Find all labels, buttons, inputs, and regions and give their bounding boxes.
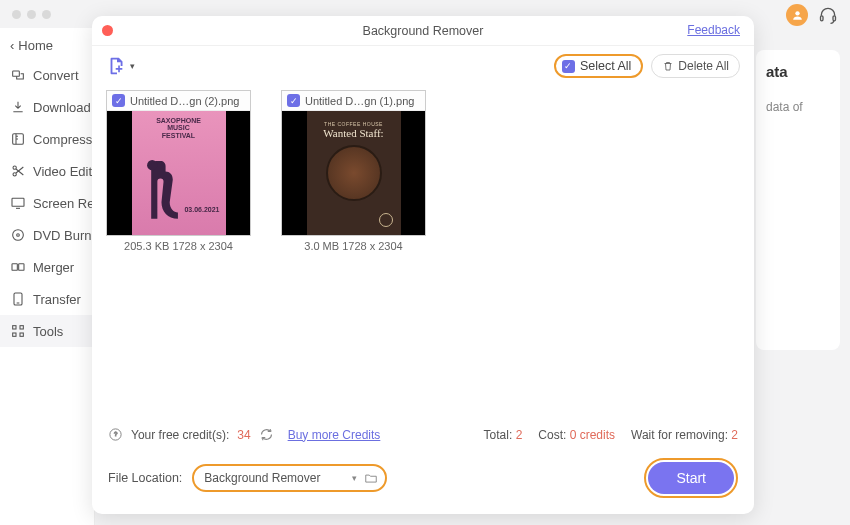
file-card[interactable]: ✓ Untitled D…gn (2).png SAXOPHONE MUSIC …: [106, 90, 251, 256]
credits-value: 34: [237, 428, 250, 442]
file-grid: ✓ Untitled D…gn (2).png SAXOPHONE MUSIC …: [92, 86, 754, 421]
screen-icon: [10, 195, 26, 211]
add-file-icon: [106, 55, 128, 77]
close-icon[interactable]: [102, 25, 113, 36]
file-header: ✓ Untitled D…gn (2).png: [107, 91, 250, 111]
chevron-left-icon: ‹: [10, 38, 14, 53]
download-icon: [10, 99, 26, 115]
svg-point-0: [795, 11, 799, 15]
svg-point-5: [13, 166, 16, 169]
file-location-label: File Location:: [108, 471, 182, 485]
svg-rect-14: [20, 326, 23, 329]
checkbox-icon: ✓: [562, 60, 575, 73]
poster-image: THE COFFEE HOUSE Wanted Staff:: [307, 111, 401, 235]
svg-rect-3: [13, 71, 20, 76]
sidebar-item-video[interactable]: Video Edit: [0, 155, 94, 187]
sidebar-item-screen[interactable]: Screen Rec: [0, 187, 94, 219]
svg-rect-13: [13, 326, 16, 329]
refresh-icon[interactable]: [259, 427, 274, 442]
start-button[interactable]: Start: [648, 462, 734, 494]
svg-point-17: [147, 160, 157, 170]
delete-all-label: Delete All: [678, 59, 729, 73]
info-icon: ?: [108, 427, 123, 442]
label: Merger: [33, 260, 74, 275]
bg-title: ata: [766, 60, 830, 84]
home-label: Home: [18, 38, 53, 53]
scissors-icon: [10, 163, 26, 179]
sidebar-item-download[interactable]: Download: [0, 91, 94, 123]
thumbnail: THE COFFEE HOUSE Wanted Staff:: [282, 111, 425, 235]
footer: File Location: ▾ Start: [92, 448, 754, 514]
label: DVD Burn: [33, 228, 92, 243]
sidebar: ‹ Home Convert Download Compress Video E…: [0, 28, 95, 525]
traffic-lights: [12, 10, 51, 19]
sidebar-item-merger[interactable]: Merger: [0, 251, 94, 283]
convert-icon: [10, 67, 26, 83]
folder-icon[interactable]: [363, 471, 379, 485]
tools-icon: [10, 323, 26, 339]
svg-point-6: [13, 173, 16, 176]
svg-rect-2: [833, 16, 836, 21]
thumbnail: SAXOPHONE MUSIC FESTIVAL 03.06.2021: [107, 111, 250, 235]
back-home[interactable]: ‹ Home: [0, 32, 94, 59]
modal-header: Background Remover Feedback: [92, 16, 754, 46]
svg-rect-15: [13, 333, 16, 336]
label: Compress: [33, 132, 92, 147]
file-name: Untitled D…gn (2).png: [130, 95, 239, 107]
modal-window: Background Remover Feedback ▾ ✓ Select A…: [92, 16, 754, 514]
label: Screen Rec: [33, 196, 94, 211]
trash-icon: [662, 60, 674, 72]
svg-rect-11: [19, 264, 24, 271]
merge-icon: [10, 259, 26, 275]
label: Video Edit: [33, 164, 92, 179]
coffee-dish: [326, 145, 382, 201]
mac-max-dot[interactable]: [42, 10, 51, 19]
bg-line: data of: [766, 98, 830, 117]
svg-rect-16: [20, 333, 23, 336]
label: Transfer: [33, 292, 81, 307]
modal-title: Background Remover: [363, 24, 484, 38]
poster-image: SAXOPHONE MUSIC FESTIVAL 03.06.2021: [132, 111, 226, 235]
sidebar-item-compress[interactable]: Compress: [0, 123, 94, 155]
compress-icon: [10, 131, 26, 147]
buy-credits-link[interactable]: Buy more Credits: [288, 428, 381, 442]
file-meta: 205.3 KB 1728 x 2304: [106, 236, 251, 256]
sidebar-item-convert[interactable]: Convert: [0, 59, 94, 91]
status-summary: Total: 2 Cost: 0 credits Wait for removi…: [484, 428, 738, 442]
svg-point-9: [17, 234, 20, 237]
mac-min-dot[interactable]: [27, 10, 36, 19]
label: Download: [33, 100, 91, 115]
sidebar-item-dvd[interactable]: DVD Burn: [0, 219, 94, 251]
svg-rect-1: [821, 16, 824, 21]
avatar[interactable]: [786, 4, 808, 26]
chevron-down-icon: ▾: [130, 61, 135, 71]
svg-point-8: [13, 230, 24, 241]
location-input[interactable]: [200, 468, 346, 488]
sidebar-item-tools[interactable]: Tools: [0, 315, 94, 347]
svg-rect-7: [12, 198, 24, 206]
chevron-down-icon[interactable]: ▾: [352, 473, 357, 483]
label: Tools: [33, 324, 63, 339]
topbar: [786, 4, 838, 26]
feedback-link[interactable]: Feedback: [687, 23, 740, 37]
credits-bar: ? Your free credit(s): 34 Buy more Credi…: [92, 421, 754, 448]
svg-rect-10: [12, 264, 17, 271]
select-all-label: Select All: [580, 59, 631, 73]
file-card[interactable]: ✓ Untitled D…gn (1).png THE COFFEE HOUSE…: [281, 90, 426, 256]
file-meta: 3.0 MB 1728 x 2304: [281, 236, 426, 256]
mac-close-dot[interactable]: [12, 10, 21, 19]
transfer-icon: [10, 291, 26, 307]
checkbox-icon[interactable]: ✓: [287, 94, 300, 107]
select-all-button[interactable]: ✓ Select All: [554, 54, 643, 78]
toolbar-right: ✓ Select All Delete All: [554, 54, 740, 78]
checkbox-icon[interactable]: ✓: [112, 94, 125, 107]
add-file-button[interactable]: ▾: [106, 55, 135, 77]
sidebar-item-transfer[interactable]: Transfer: [0, 283, 94, 315]
file-location-select[interactable]: ▾: [192, 464, 387, 492]
background-panel: ata data of: [756, 50, 840, 350]
credits-label: Your free credit(s):: [131, 428, 229, 442]
file-name: Untitled D…gn (1).png: [305, 95, 414, 107]
support-icon[interactable]: [818, 5, 838, 25]
delete-all-button[interactable]: Delete All: [651, 54, 740, 78]
start-button-highlight: Start: [644, 458, 738, 498]
